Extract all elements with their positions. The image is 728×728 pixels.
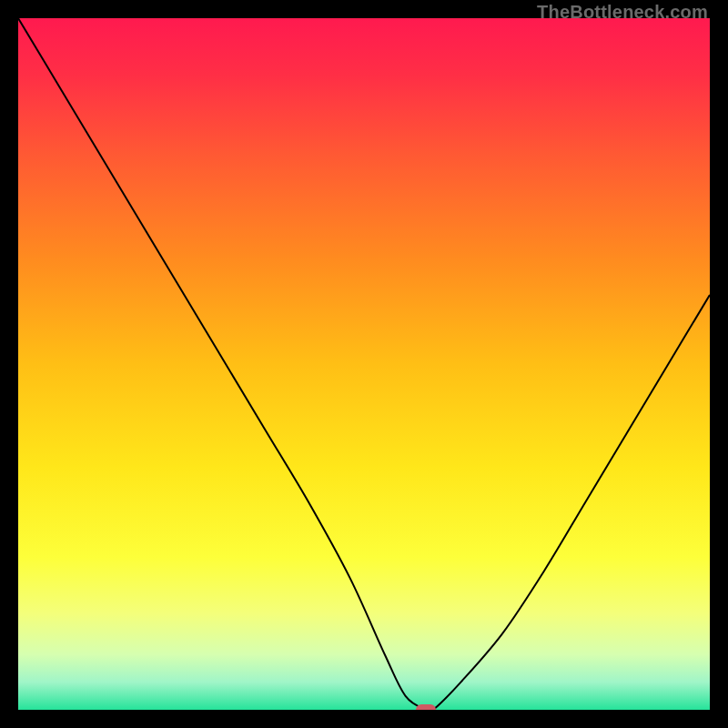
plot-area (18, 18, 710, 710)
optimal-point-marker (416, 704, 436, 710)
bottleneck-curve (18, 18, 710, 710)
chart-frame: TheBottleneck.com (0, 0, 728, 728)
